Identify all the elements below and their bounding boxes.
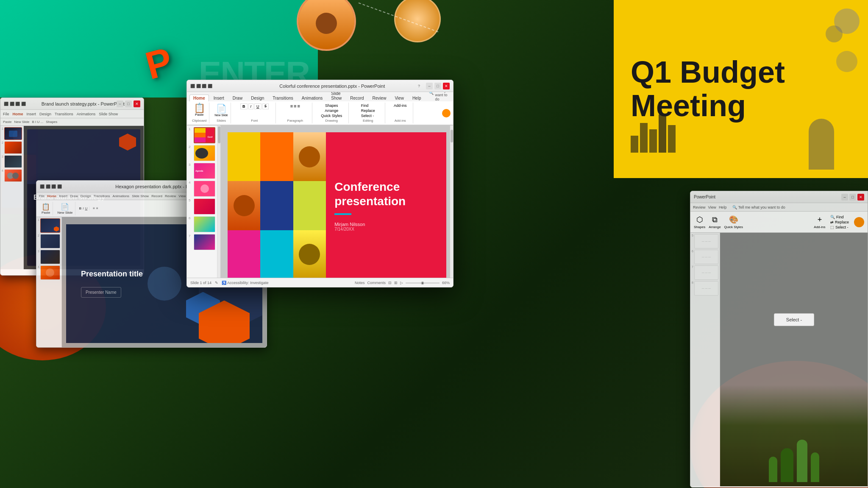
hex-tab-file[interactable]: File xyxy=(39,194,45,198)
brand-tab-home[interactable]: Home xyxy=(13,112,23,116)
hex-tab-home[interactable]: Home xyxy=(47,194,56,198)
paste-button[interactable]: 📋 Paste xyxy=(194,103,205,117)
right-tab-view[interactable]: View xyxy=(708,205,716,209)
hex-tab-animations[interactable]: Animations xyxy=(113,194,130,198)
main-scrollbar-thumb[interactable] xyxy=(451,130,453,142)
right-replace-btn[interactable]: ⇄ Replace xyxy=(830,220,849,224)
replace-btn[interactable]: Replace xyxy=(361,109,375,113)
accessibility-status[interactable]: ♿ Accessibility: Investigate xyxy=(222,281,269,285)
hex-thumb-1[interactable]: 1 xyxy=(38,218,60,233)
main-thumb-1[interactable]: 1 Conf xyxy=(189,127,215,143)
hex-tab-design[interactable]: Design xyxy=(81,194,91,198)
main-thumb-4[interactable]: 4 xyxy=(189,181,215,197)
tab-review[interactable]: Review xyxy=(369,95,390,101)
brand-tab-file[interactable]: File xyxy=(3,112,9,116)
main-ppt-window[interactable]: ⬛ ⬛ ⬛ ⬛ Colorful conference presentation… xyxy=(186,80,453,287)
hex-tab-review[interactable]: Review xyxy=(165,194,176,198)
main-thumb-5[interactable]: 5 xyxy=(189,198,215,215)
hex-bold-btn[interactable]: B xyxy=(79,206,81,210)
brand-thumb-3[interactable]: 3 xyxy=(2,155,22,168)
brand-tab-insert[interactable]: Insert xyxy=(27,112,36,116)
brand-tab-design[interactable]: Design xyxy=(39,112,51,116)
tab-animations[interactable]: Animations xyxy=(298,95,326,101)
normal-view-btn[interactable]: ⊟ xyxy=(388,281,392,285)
brand-new-slide-btn[interactable]: New Slide xyxy=(14,120,29,124)
right-thumb-8[interactable]: 8 — — — xyxy=(692,281,718,296)
brand-thumb-2[interactable]: 2 xyxy=(2,141,22,154)
tab-help[interactable]: Help xyxy=(409,95,425,101)
hex-italic-btn[interactable]: I xyxy=(83,206,83,210)
align-center-btn[interactable]: ≡ xyxy=(294,103,296,109)
hex-underline-btn[interactable]: U xyxy=(85,206,88,210)
hex-thumb-4[interactable]: 4 xyxy=(38,265,60,280)
right-tab-review[interactable]: Review xyxy=(693,205,706,209)
select-dropdown-btn[interactable]: Select - xyxy=(361,114,375,118)
tab-insert[interactable]: Insert xyxy=(210,95,228,101)
brand-shapes-btn[interactable]: Shapes xyxy=(46,120,57,124)
right-thumb-6[interactable]: 6 — — — xyxy=(692,250,718,264)
find-btn[interactable]: Find xyxy=(361,103,375,108)
right-thumb-7[interactable]: 7 — — — xyxy=(692,265,718,280)
tab-view[interactable]: View xyxy=(391,95,408,101)
hex-tab-draw[interactable]: Draw xyxy=(70,194,78,198)
hex-tab-transitions[interactable]: Transitions xyxy=(94,194,110,198)
right-search[interactable]: 🔍 Tell me what you want to do xyxy=(732,205,785,209)
tab-design[interactable]: Design xyxy=(247,95,268,101)
addins-btn[interactable]: Add-ins xyxy=(394,103,407,108)
right-find-btn[interactable]: 🔍 Find xyxy=(830,215,849,219)
hex-tab-view[interactable]: View xyxy=(178,194,186,198)
brand-minimize[interactable]: – xyxy=(117,100,123,107)
hex-tab-slideshow[interactable]: Slide Show xyxy=(132,194,149,198)
right-quick-access-btn[interactable] xyxy=(854,217,864,227)
hex-paste-btn[interactable]: 📋 Paste xyxy=(39,202,53,215)
quick-access-btn[interactable] xyxy=(442,109,451,117)
right-select-btn[interactable]: ⬚ Select - xyxy=(830,225,849,229)
shapes-btn[interactable]: Shapes xyxy=(325,103,338,108)
italic-btn[interactable]: I xyxy=(248,103,254,109)
underline-btn[interactable]: U xyxy=(254,103,262,109)
brand-maximize[interactable]: □ xyxy=(125,100,132,107)
hex-tab-record[interactable]: Record xyxy=(151,194,162,198)
right-arrange-btn[interactable]: ⧉ Arrange xyxy=(709,215,721,229)
thumb-scrollbar-thumb[interactable] xyxy=(218,126,220,143)
brand-tab-transitions[interactable]: Transitions xyxy=(55,112,73,116)
strikethrough-btn[interactable]: S̶ xyxy=(262,103,269,109)
right-ppt-window[interactable]: PowerPoint – □ ✕ Review View Help 🔍 Tell… xyxy=(690,191,868,488)
right-close[interactable]: ✕ xyxy=(857,194,864,201)
hex-align-center[interactable]: ≡ xyxy=(96,206,98,210)
tab-record[interactable]: Record xyxy=(346,95,367,101)
hex-new-slide-btn[interactable]: 📄 New Slide xyxy=(55,202,75,215)
hex-thumb-3[interactable]: 3 xyxy=(38,250,60,264)
right-maximize[interactable]: □ xyxy=(849,194,856,201)
bold-btn[interactable]: B xyxy=(240,103,248,109)
outline-view-btn[interactable]: ⊞ xyxy=(394,281,398,285)
main-maximize[interactable]: □ xyxy=(434,83,441,89)
tab-home[interactable]: Home xyxy=(189,95,209,101)
align-left-btn[interactable]: ≡ xyxy=(290,103,293,109)
main-thumb-7[interactable]: 7 xyxy=(189,234,215,250)
tab-draw[interactable]: Draw xyxy=(229,95,246,101)
main-thumb-3[interactable]: 3 Agenda xyxy=(189,163,215,179)
align-right-btn[interactable]: ≡ xyxy=(297,103,300,109)
tab-transitions[interactable]: Transitions xyxy=(269,95,297,101)
main-thumb-6[interactable]: 6 xyxy=(189,216,215,232)
right-tab-help[interactable]: Help xyxy=(719,205,727,209)
brand-thumb-4[interactable]: 4 xyxy=(2,169,22,182)
brand-tab-animations[interactable]: Animations xyxy=(77,112,96,116)
right-minimize[interactable]: – xyxy=(841,194,848,201)
right-shapes-btn[interactable]: ⬡ Shapes xyxy=(694,215,705,229)
new-slide-button[interactable]: 📄 New Slide xyxy=(214,103,228,117)
select-button[interactable]: Select - xyxy=(774,313,814,326)
brand-paste-btn[interactable]: Paste xyxy=(3,120,11,124)
hex-tab-insert[interactable]: Insert xyxy=(59,194,67,198)
brand-close[interactable]: ✕ xyxy=(134,100,140,107)
hex-align-left[interactable]: ≡ xyxy=(93,206,95,210)
main-minimize[interactable]: – xyxy=(426,83,433,89)
brand-thumb-1[interactable]: 1 xyxy=(2,127,22,140)
main-thumb-2[interactable]: 2 xyxy=(189,145,215,161)
right-addins-btn[interactable]: + Add-ins xyxy=(814,215,825,229)
thumb-scrollbar[interactable] xyxy=(217,125,221,286)
quick-styles-btn[interactable]: Quick Styles xyxy=(321,114,342,118)
main-scrollbar-v[interactable] xyxy=(450,125,453,286)
notes-btn[interactable]: Notes xyxy=(355,281,365,285)
